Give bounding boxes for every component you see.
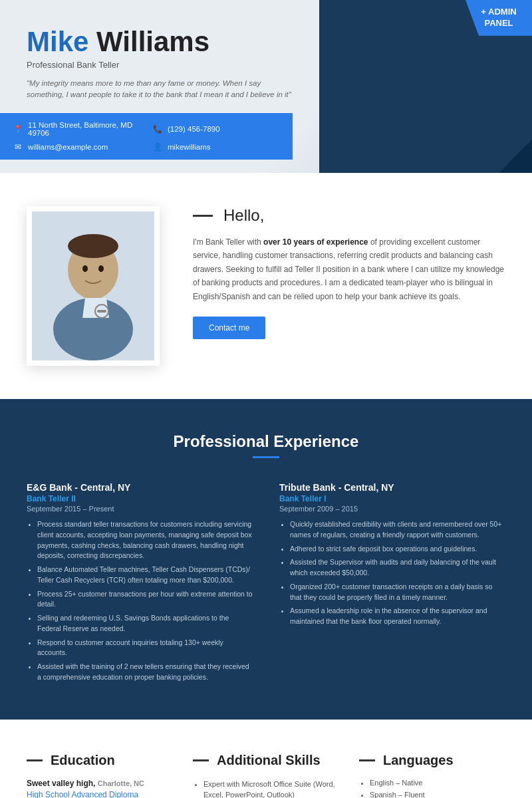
job-bullets-2: Quickly established credibility with cli… [279, 519, 505, 627]
education-column: Education Sweet valley high, Charlotte, … [27, 753, 173, 799]
job-title-2: Bank Teller I [279, 494, 505, 503]
bullet-1-2: Balance Automated Teller machines, Telle… [37, 565, 253, 586]
about-rest: of providing excellent customer service,… [193, 237, 504, 301]
full-name: Mike Williams [27, 27, 293, 57]
svg-point-15 [82, 265, 88, 272]
job-title-1: Bank Teller II [27, 494, 253, 503]
skills-heading: Additional Skills [193, 753, 339, 768]
header-photo-area: + ADMIN PANEL [319, 0, 532, 173]
contact-bar: 📍 11 North Street, Baltimore, MD 49706 📞… [0, 113, 293, 160]
about-body: I'm Bank Teller with over 10 years of ex… [193, 235, 505, 303]
bullet-2-2: Adhered to strict safe deposit box opera… [290, 544, 505, 555]
bullet-2-1: Quickly established credibility with cli… [290, 519, 505, 541]
svg-point-16 [98, 265, 104, 272]
bullet-1-4: Selling and redeeming U.S. Savings Bonds… [37, 613, 253, 634]
lang-2: Spanish – Fluent [370, 791, 505, 799]
languages-line [359, 759, 375, 761]
bullet-1-5: Respond to customer account inquiries to… [37, 638, 253, 659]
job-dates-2: September 2009 – 2015 [279, 505, 505, 513]
languages-title: Languages [383, 753, 454, 768]
degree: High School Advanced Diploma [27, 790, 173, 799]
social-icon: 👤 [153, 142, 162, 152]
phone-icon: 📞 [153, 124, 162, 134]
phone-text: (129) 456-7890 [168, 125, 220, 133]
experience-title: Professional Experience [27, 432, 505, 451]
languages-list: English – Native Spanish – Fluent French… [359, 779, 505, 799]
fold-corner [499, 140, 532, 173]
company-1: E&G Bank - Central, NY [27, 482, 253, 493]
experience-heading: Professional Experience [27, 432, 505, 451]
svg-rect-18 [97, 310, 106, 313]
job-dates-1: September 2015 – Present [27, 505, 253, 513]
skills-column: Additional Skills Expert with Microsoft … [193, 753, 339, 799]
skills-line [193, 759, 209, 761]
job-title: Professional Bank Teller [27, 60, 293, 70]
bullet-2-3: Assisted the Supervisor with audits and … [290, 557, 505, 579]
education-line [27, 759, 43, 761]
contact-email: ✉ williams@example.com [13, 142, 140, 152]
contact-address: 📍 11 North Street, Baltimore, MD 49706 [13, 121, 140, 137]
school-name: Sweet valley high, Charlotte, NC [27, 779, 173, 788]
social-text: mikewilliams [168, 143, 211, 151]
education-title: Education [51, 753, 115, 768]
bullet-1-1: Process standard teller transactions for… [37, 519, 253, 561]
job-card-2: Tribute Bank - Central, NY Bank Teller I… [279, 482, 505, 686]
contact-social: 👤 mikewilliams [153, 142, 279, 152]
languages-column: Languages English – Native Spanish – Flu… [359, 753, 505, 799]
admin-badge-line1: + ADMIN [481, 7, 516, 17]
skills-title: Additional Skills [217, 753, 321, 768]
person-figure-about [32, 211, 154, 360]
about-heading-text: Hello, [223, 206, 264, 225]
header-section: Mike Williams Professional Bank Teller "… [0, 0, 532, 173]
svg-point-13 [68, 234, 118, 258]
heading-line [193, 215, 213, 217]
about-bold: over 10 years of experience [263, 237, 368, 247]
contact-me-button[interactable]: Contact me [193, 317, 265, 339]
job-card-1: E&G Bank - Central, NY Bank Teller II Se… [27, 482, 253, 686]
about-intro: I'm Bank Teller with [193, 237, 263, 247]
last-name: Williams [96, 26, 209, 57]
lang-1: English – Native [370, 779, 505, 787]
job-bullets-1: Process standard teller transactions for… [27, 519, 253, 683]
bullet-2-5: Assumed a leadership role in the absence… [290, 606, 505, 627]
about-photo [27, 206, 160, 366]
skills-list: Expert with Microsoft Office Suite (Word… [193, 779, 339, 799]
contact-phone: 📞 (129) 456-7890 [153, 121, 279, 137]
about-section: Hello, I'm Bank Teller with over 10 year… [0, 173, 532, 399]
about-text: Hello, I'm Bank Teller with over 10 year… [193, 206, 505, 339]
languages-heading: Languages [359, 753, 505, 768]
experience-underline [253, 456, 279, 458]
address-text: 11 North Street, Baltimore, MD 49706 [28, 121, 140, 137]
bullet-2-4: Organized 200+ customer transaction rece… [290, 582, 505, 603]
bullet-1-3: Process 25+ customer transactions per ho… [37, 589, 253, 610]
admin-badge-line2: PANEL [484, 18, 513, 28]
email-text: williams@example.com [28, 143, 108, 151]
school-location: Charlotte, NC [98, 779, 144, 787]
bullet-1-6: Assisted with the training of 2 new tell… [37, 662, 253, 683]
location-icon: 📍 [13, 124, 23, 134]
about-heading: Hello, [193, 206, 505, 225]
quote: "My integrity means more to me than any … [27, 78, 293, 101]
info-section: Education Sweet valley high, Charlotte, … [0, 720, 532, 799]
experience-grid: E&G Bank - Central, NY Bank Teller II Se… [27, 482, 505, 686]
first-name: Mike [27, 26, 88, 57]
header-content: Mike Williams Professional Bank Teller "… [0, 0, 319, 173]
education-heading: Education [27, 753, 173, 768]
skill-1: Expert with Microsoft Office Suite (Word… [203, 779, 339, 799]
email-icon: ✉ [13, 142, 23, 152]
company-2: Tribute Bank - Central, NY [279, 482, 505, 493]
experience-section: Professional Experience E&G Bank - Centr… [0, 399, 532, 720]
